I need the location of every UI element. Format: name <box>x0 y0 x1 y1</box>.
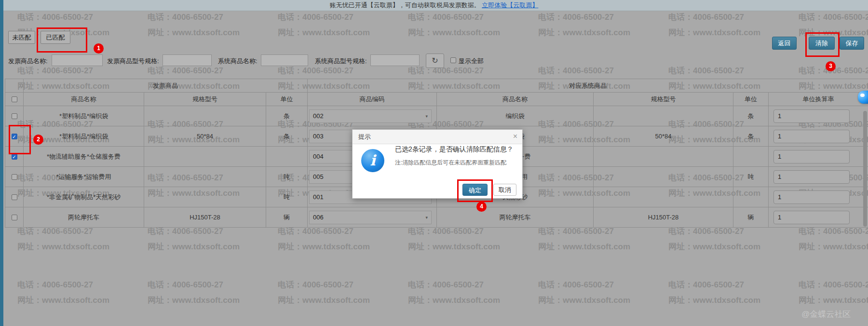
invoice-product-unit: 吨 <box>266 187 308 207</box>
unit-rate-input[interactable]: 1 <box>773 170 850 184</box>
rate-cell: 1 <box>769 167 868 187</box>
dialog-cancel-button[interactable]: 取消 <box>493 184 516 196</box>
annotation-badge-3: 3 <box>826 61 836 71</box>
watermark-text: 网址：www.tdxsoft.com <box>538 27 630 38</box>
rate-cell: 1 <box>769 106 868 126</box>
system-name-input[interactable] <box>261 54 308 66</box>
col-header: 规格型号 <box>594 93 733 106</box>
product-code-value: 003 <box>313 133 324 140</box>
row-checkbox-cell <box>5 207 24 228</box>
dialog-close-icon[interactable]: × <box>513 132 517 141</box>
unit-rate-input[interactable]: 1 <box>773 190 850 204</box>
invoice-product-unit: 条 <box>266 106 308 126</box>
watermark-text: 电话：4006-6500-27 <box>538 12 614 23</box>
col-header: 商品名称 <box>24 93 144 106</box>
system-spec-input[interactable] <box>370 54 420 66</box>
rate-cell: 1 <box>769 187 868 207</box>
unit-rate-input[interactable]: 1 <box>773 130 850 143</box>
invoice-product-name: 两轮摩托车 <box>24 207 144 228</box>
watermark-text: 电话：4006-6500-27 <box>668 65 744 76</box>
table-row: *塑料制品*编织袋条002▾编织袋条1 <box>5 106 868 126</box>
info-icon: i <box>361 149 384 172</box>
system-product-spec <box>594 187 733 207</box>
watermark-text: 网址：www.tdxsoft.com <box>668 295 760 306</box>
rate-cell: 1 <box>769 126 868 147</box>
unit-rate-input[interactable]: 1 <box>773 211 850 224</box>
save-button[interactable]: 保存 <box>840 37 864 50</box>
product-code-value: 005 <box>313 173 324 180</box>
watermark-text: 电话：4006-6500-27 <box>668 12 744 23</box>
dialog-title: 提示 <box>353 130 522 144</box>
rate-cell: 1 <box>769 147 868 167</box>
invoice-spec-input[interactable] <box>163 54 212 66</box>
row-checkbox[interactable]: ✓ <box>12 154 17 160</box>
show-all-checkbox[interactable] <box>450 57 456 63</box>
floating-assistant-icon[interactable] <box>858 91 868 104</box>
watermark-text: 电话：4006-6500-27 <box>408 279 484 290</box>
invoice-product-name: *运输服务*运输费用 <box>24 167 144 187</box>
product-code-value: 004 <box>313 153 324 160</box>
annotation-badge-2: 2 <box>33 135 43 145</box>
watermark-text: 网址：www.tdxsoft.com <box>538 241 630 252</box>
system-product-name: 编织袋 <box>437 106 594 126</box>
watermark-text: 电话：4006-6500-27 <box>17 12 93 23</box>
row-checkbox[interactable]: ✓ <box>12 134 17 139</box>
select-all-cell <box>5 93 24 106</box>
invoice-name-label: 发票商品名称: <box>8 56 48 66</box>
header-empty-cell <box>5 79 24 93</box>
confirm-dialog: 提示 × i 已选2条记录，是否确认清除匹配信息？ 注:清除匹配信息后可在未匹配… <box>352 129 523 199</box>
watermark-text: 电话：4006-6500-27 <box>668 279 744 290</box>
back-button[interactable]: 返回 <box>772 37 797 50</box>
table-row: 两轮摩托车HJ150T-28辆006▾两轮摩托车HJ150T-28辆1 <box>5 207 868 228</box>
dialog-confirm-button[interactable]: 确定 <box>462 184 488 196</box>
invoice-product-name: *塑料制品*编织袋 <box>24 106 144 126</box>
invoice-product-unit: 条 <box>266 126 308 147</box>
dialog-note: 注:清除匹配信息后可在未匹配界面重新匹配 <box>395 159 506 167</box>
invoice-product-name: *物流辅助服务*仓储服务费 <box>24 147 144 167</box>
community-watermark: @金蝶云社区 <box>801 309 851 320</box>
unit-rate-input[interactable]: 1 <box>773 109 850 123</box>
invoice-name-input[interactable] <box>52 54 103 66</box>
row-checkbox[interactable] <box>12 113 17 119</box>
product-code-select[interactable]: 006▾ <box>309 211 432 224</box>
invoice-product-spec <box>144 106 266 126</box>
invoice-product-spec: HJ150T-28 <box>144 207 266 228</box>
clear-button[interactable]: 清除 <box>809 37 835 50</box>
product-code-value: 001 <box>313 193 324 201</box>
product-code-select[interactable]: 002▾ <box>309 109 432 123</box>
show-all-label: 显示全部 <box>459 56 484 66</box>
col-header: 单位换算率 <box>769 93 868 106</box>
watermark-text: 电话：4006-6500-27 <box>538 279 614 290</box>
watermark-text: 网址：www.tdxsoft.com <box>17 241 109 252</box>
row-checkbox[interactable] <box>12 174 17 180</box>
watermark-text: 网址：www.tdxsoft.com <box>538 295 630 306</box>
system-product-unit: 辆 <box>733 207 769 228</box>
vertical-scrollbar[interactable] <box>863 111 867 227</box>
tab-unmatched[interactable]: 未匹配 <box>8 31 35 44</box>
system-product-name: 两轮摩托车 <box>437 207 594 228</box>
watermark-text: 电话：4006-6500-27 <box>148 12 223 23</box>
refresh-icon[interactable]: ↻ <box>426 54 444 68</box>
invoice-product-spec <box>144 147 266 167</box>
watermark-text: 电话：4006-6500-27 <box>408 65 484 76</box>
product-code-cell: 002▾ <box>308 106 437 126</box>
system-product-unit <box>733 147 769 167</box>
watermark-text: 电话：4006-6500-27 <box>148 65 223 76</box>
watermark-text: 网址：www.tdxsoft.com <box>668 241 760 252</box>
row-checkbox[interactable] <box>12 194 17 200</box>
select-all-checkbox[interactable] <box>12 96 17 102</box>
system-product-spec <box>594 106 733 126</box>
watermark-text: 电话：4006-6500-27 <box>148 279 223 290</box>
banner-link[interactable]: 立即体验【云取票】 <box>482 1 538 9</box>
system-product-unit: 条 <box>733 106 769 126</box>
unit-rate-input[interactable]: 1 <box>773 150 850 163</box>
annotation-badge-4: 4 <box>476 202 487 212</box>
product-code-value: 006 <box>313 214 324 221</box>
system-name-label: 系统商品名称: <box>218 56 258 66</box>
tab-matched[interactable]: 已匹配 <box>41 31 70 44</box>
watermark-text: 电话：4006-6500-27 <box>278 279 353 290</box>
row-checkbox[interactable] <box>12 215 17 220</box>
watermark-text: 网址：www.tdxsoft.com <box>278 27 370 38</box>
invoice-spec-label: 发票商品型号规格: <box>107 56 159 66</box>
watermark-text: 电话：4006-6500-27 <box>799 12 868 23</box>
